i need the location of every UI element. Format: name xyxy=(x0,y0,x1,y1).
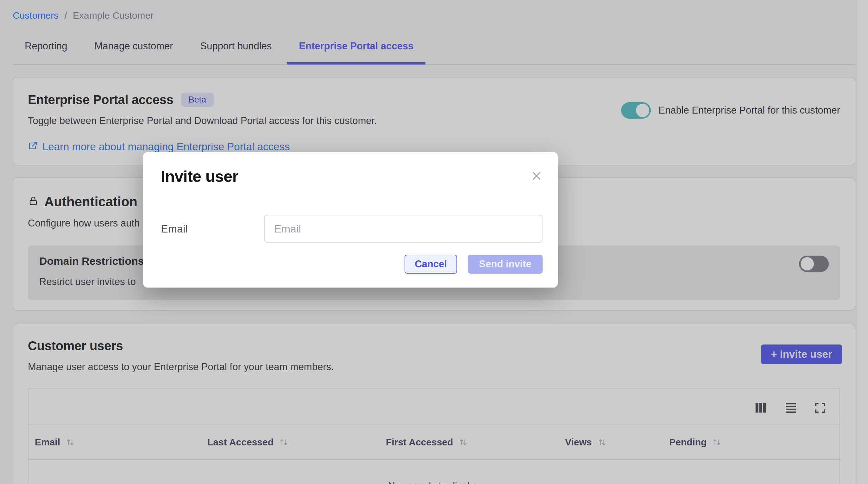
invite-user-modal: Invite user Email Cancel Send invite xyxy=(143,152,558,288)
modal-title: Invite user xyxy=(161,169,542,185)
close-icon[interactable] xyxy=(531,170,542,182)
email-label: Email xyxy=(161,223,264,235)
send-invite-button[interactable]: Send invite xyxy=(468,255,542,273)
modal-button-row: Cancel Send invite xyxy=(161,255,542,273)
email-field[interactable] xyxy=(264,215,542,243)
email-form-row: Email xyxy=(161,215,542,243)
cancel-button[interactable]: Cancel xyxy=(405,255,457,273)
